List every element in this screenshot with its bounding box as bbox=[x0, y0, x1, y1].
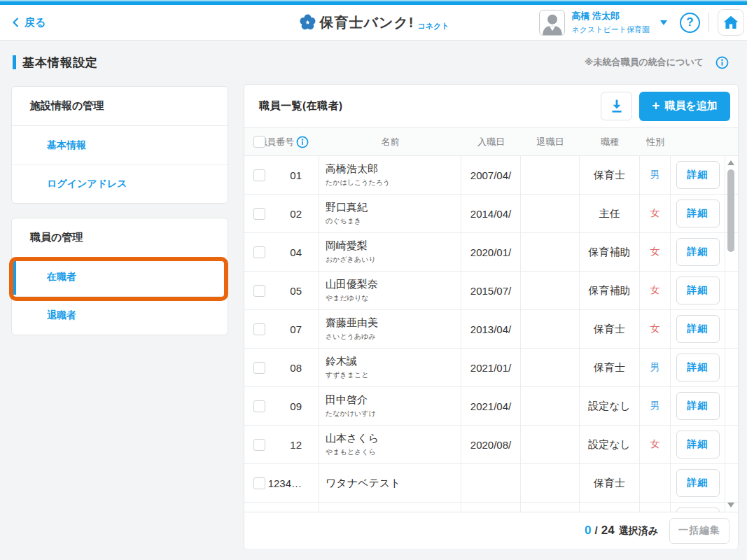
user-org: ネクストビート保育園 bbox=[571, 24, 650, 35]
row-checkbox[interactable] bbox=[253, 362, 265, 374]
row-checkbox[interactable] bbox=[253, 400, 265, 412]
leave-date-cell bbox=[521, 349, 580, 386]
detail-button[interactable]: 詳細 bbox=[676, 276, 720, 304]
chevron-down-icon[interactable] bbox=[660, 20, 667, 25]
scrollbar[interactable] bbox=[725, 156, 736, 512]
join-date-cell: 2007/04/ bbox=[461, 156, 521, 194]
table-row: 12山本さくらやまもとさくら2020/08/設定なし女詳細 bbox=[244, 426, 738, 464]
table-footer: 0 / 24 選択済み 一括編集 bbox=[244, 512, 738, 549]
table-row: 詳細 bbox=[244, 503, 738, 512]
download-button[interactable] bbox=[601, 92, 632, 120]
join-date-cell bbox=[461, 503, 521, 512]
join-date-cell: 2013/04/ bbox=[461, 310, 521, 348]
bulk-edit-button[interactable]: 一括編集 bbox=[669, 518, 729, 544]
join-date-cell: 2021/04/ bbox=[461, 387, 521, 425]
staff-name-cell: 山田優梨奈やまだゆりな bbox=[319, 272, 461, 309]
row-checkbox[interactable] bbox=[253, 439, 265, 451]
detail-button[interactable]: 詳細 bbox=[676, 238, 720, 266]
table-row: 07齋藤亜由美さいとうあゆみ2013/04/保育士女詳細 bbox=[244, 310, 738, 349]
sidebar-item-retired-staff[interactable]: 退職者 bbox=[12, 296, 228, 335]
add-staff-button[interactable]: + 職員を追加 bbox=[639, 92, 730, 121]
row-checkbox[interactable] bbox=[253, 208, 265, 220]
total-count: 24 bbox=[601, 524, 615, 538]
back-link[interactable]: 戻る bbox=[13, 16, 46, 29]
detail-cell: 詳細 bbox=[671, 426, 725, 463]
detail-button[interactable]: 詳細 bbox=[676, 200, 720, 227]
staff-number-cell: 08 bbox=[244, 349, 319, 386]
detail-button[interactable]: 詳細 bbox=[676, 315, 720, 343]
question-icon: ? bbox=[686, 15, 693, 29]
role-cell: 保育士 bbox=[580, 464, 640, 502]
gender-value: 男 bbox=[650, 400, 660, 412]
staff-kana: すずきまこと bbox=[326, 370, 368, 380]
detail-button[interactable]: 詳細 bbox=[676, 354, 720, 382]
gender-value: 男 bbox=[650, 361, 660, 374]
user-name: 高橋 浩太郎 bbox=[571, 10, 650, 22]
gender-cell: 女 bbox=[640, 310, 671, 348]
staff-name-cell: ワタナベテスト bbox=[319, 464, 461, 502]
detail-cell: 詳細 bbox=[671, 272, 725, 309]
table-row: 01高橋浩太郎たかはしこうたろう2007/04/保育士男詳細 bbox=[244, 156, 738, 195]
avatar[interactable] bbox=[539, 10, 565, 36]
join-date-cell: 2014/04/ bbox=[461, 195, 521, 232]
info-icon[interactable] bbox=[715, 56, 729, 69]
scroll-up-icon[interactable] bbox=[727, 160, 734, 165]
panel-title: 職員一覧(在職者) bbox=[259, 99, 343, 113]
col-header-join-date: 入職日 bbox=[461, 128, 521, 155]
user-menu[interactable]: 高橋 浩太郎 ネクストビート保育園 bbox=[571, 10, 650, 35]
staff-number-cell: 07 bbox=[244, 310, 319, 348]
table-body: 01高橋浩太郎たかはしこうたろう2007/04/保育士男詳細02野口真紀のぐちま… bbox=[244, 156, 738, 512]
detail-cell: 詳細 bbox=[671, 195, 725, 232]
row-checkbox[interactable] bbox=[253, 477, 265, 489]
staff-number-cell: 12 bbox=[244, 426, 319, 463]
detail-button[interactable]: 詳細 bbox=[676, 430, 720, 458]
select-all-checkbox[interactable] bbox=[253, 136, 265, 148]
help-button[interactable]: ? bbox=[680, 13, 700, 33]
user-area: 高橋 浩太郎 ネクストビート保育園 ? bbox=[539, 9, 744, 36]
gender-value: 女 bbox=[650, 438, 660, 451]
sidebar-card-staff: 職員の管理 在職者 退職者 bbox=[11, 218, 228, 335]
leave-date-cell bbox=[521, 426, 580, 463]
row-checkbox[interactable] bbox=[253, 246, 265, 258]
row-checkbox[interactable] bbox=[253, 323, 265, 335]
join-date-cell: 2015/07/ bbox=[461, 272, 521, 309]
staff-name-cell: 齋藤亜由美さいとうあゆみ bbox=[319, 310, 461, 348]
row-checkbox[interactable] bbox=[253, 285, 265, 297]
staff-number-cell: 09 bbox=[244, 387, 319, 425]
staff-number-cell: 02 bbox=[244, 195, 319, 232]
scroll-down-icon[interactable] bbox=[727, 503, 734, 507]
plus-icon: + bbox=[652, 99, 659, 112]
person-icon bbox=[540, 11, 564, 35]
divider bbox=[708, 13, 709, 32]
leave-date-cell bbox=[521, 387, 580, 425]
staff-name: 齋藤亜由美 bbox=[326, 316, 378, 330]
gender-cell: 男 bbox=[640, 156, 671, 194]
table-row: 09田中啓介たなかけいすけ2021/04/設定なし男詳細 bbox=[244, 387, 738, 426]
staff-number: 09 bbox=[265, 400, 319, 412]
row-checkbox[interactable] bbox=[253, 169, 265, 181]
table-row: 1234…ワタナベテスト保育士詳細 bbox=[244, 464, 738, 503]
role-cell: 設定なし bbox=[580, 426, 640, 463]
detail-button[interactable]: 詳細 bbox=[676, 161, 720, 189]
staff-number: 1234… bbox=[265, 477, 319, 489]
sidebar: 施設情報の管理 基本情報 ログインアドレス 職員の管理 在職者 退職者 bbox=[11, 86, 228, 335]
role-cell: 主任 bbox=[580, 195, 640, 232]
staff-kana: さいとうあゆみ bbox=[326, 332, 376, 342]
info-icon[interactable] bbox=[296, 136, 309, 148]
staff-number: 04 bbox=[265, 246, 319, 258]
sidebar-card-facility: 施設情報の管理 基本情報 ログインアドレス bbox=[11, 86, 228, 204]
merge-note-label[interactable]: ※未統合職員の統合について bbox=[585, 56, 704, 69]
sidebar-item-login-address[interactable]: ログインアドレス bbox=[12, 164, 228, 203]
sidebar-section-title: 職員の管理 bbox=[12, 218, 228, 258]
table-row: 08鈴木誠すずきまこと2021/01/保育士男詳細 bbox=[244, 349, 738, 387]
scroll-thumb[interactable] bbox=[727, 169, 734, 252]
sidebar-item-basic-info[interactable]: 基本情報 bbox=[12, 126, 228, 164]
detail-button[interactable]: 詳細 bbox=[676, 469, 720, 497]
sidebar-item-active-staff[interactable]: 在職者 bbox=[12, 258, 228, 296]
staff-name: 野口真紀 bbox=[326, 201, 368, 214]
detail-button[interactable]: 詳細 bbox=[676, 392, 720, 420]
home-button[interactable] bbox=[718, 9, 744, 36]
title-accent-bar bbox=[13, 55, 16, 69]
gender-cell: 男 bbox=[640, 387, 671, 425]
gender-value: 男 bbox=[650, 169, 660, 181]
